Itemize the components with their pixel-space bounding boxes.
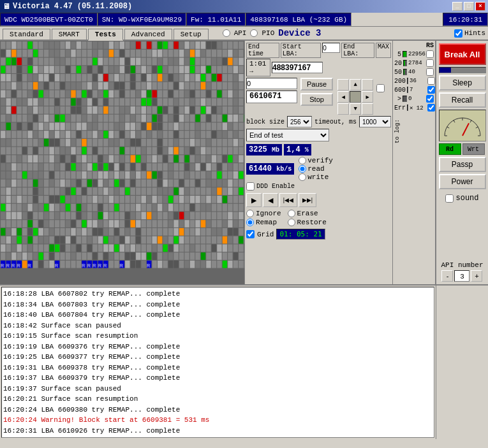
ignore-label: Ignore <box>256 210 281 217</box>
verify-row: verify <box>299 157 333 164</box>
arrow-nw <box>337 79 349 90</box>
log-content-wrapper: 16:18:28 LBA 6607802 try REMAP... comple… <box>0 285 436 439</box>
rs-checkbox-5[interactable] <box>426 95 434 103</box>
write-row: write <box>299 173 333 181</box>
skip-fwd-button[interactable]: ▶▶| <box>299 193 316 207</box>
hints-checkbox[interactable] <box>454 29 462 38</box>
pio-label: PIO <box>262 29 274 37</box>
log-entry: 16:19:37 LBA 6609379 try REMAP... comple… <box>3 373 433 384</box>
api-increment-button[interactable]: + <box>471 270 482 282</box>
tab-tests[interactable]: Tests <box>88 29 123 41</box>
rs-checkbox-6[interactable] <box>427 104 435 112</box>
api-decrement-button[interactable]: - <box>441 270 453 282</box>
power-button[interactable]: Power <box>439 174 486 189</box>
pio-radio[interactable] <box>250 29 258 37</box>
eot-select[interactable]: End of test Loop AAM test <box>246 129 329 141</box>
lba-check[interactable] <box>376 84 385 92</box>
log-entry: 16:19:19 LBA 6609376 try REMAP... comple… <box>3 342 433 352</box>
passp-button[interactable]: Passp <box>439 157 486 172</box>
log-output[interactable]: 16:18:28 LBA 6607802 try REMAP... comple… <box>1 287 434 438</box>
hints-label: Hints <box>464 29 485 37</box>
time-display: 1:01 → <box>246 59 270 76</box>
erase-label: Erase <box>297 210 318 217</box>
tab-smart[interactable]: SMART <box>52 29 87 40</box>
rs-checkbox-0[interactable] <box>426 50 434 58</box>
rs-checkbox-1[interactable] <box>426 59 434 67</box>
kbps-stat: 61440 kb/s <box>246 163 294 175</box>
close-button[interactable]: × <box>475 2 485 11</box>
end-lba-label: End LBA: <box>341 43 374 58</box>
api-radio[interactable] <box>223 29 230 37</box>
api-number-section: API number - 3 + <box>441 261 483 282</box>
log-entry: 16:18:42 Surface scan paused <box>3 321 433 331</box>
to-log-label: to log: <box>394 115 434 147</box>
maximize-button[interactable]: □ <box>464 2 474 11</box>
tab-standard[interactable]: Standard <box>3 29 50 40</box>
stop-button[interactable]: Stop <box>300 93 333 106</box>
tab-setup[interactable]: Setup <box>174 29 209 40</box>
rs-checkbox-4[interactable] <box>427 86 435 94</box>
restore-radio[interactable] <box>288 219 295 226</box>
log-entry: 16:20:31 LBA 6610926 try REMAP... comple… <box>3 426 433 437</box>
write-radio[interactable] <box>299 173 306 181</box>
current-pos-input[interactable] <box>246 78 297 89</box>
log-entry: 16:20:21 Surface scan resumption <box>3 394 433 405</box>
end-lba-input[interactable] <box>272 62 323 73</box>
verify-label: verify <box>307 157 333 164</box>
app-icon: 🖥 <box>3 2 10 11</box>
surface-map[interactable] <box>0 41 244 284</box>
ddd-checkbox[interactable] <box>246 182 255 191</box>
api-number-label: API number <box>441 261 483 269</box>
media-controls: ▶ ◀ |◀◀ ▶▶| <box>246 193 391 207</box>
rs-panel: RS 5229562027845040200366007>0Err✕ 12 to… <box>392 41 436 284</box>
grid-value: 01: 05: 21 <box>276 229 325 240</box>
remap-radio[interactable] <box>246 219 254 226</box>
block-size-select[interactable]: 256 <box>287 116 312 127</box>
rs-rows-container: 5229562027845040200366007>0Err✕ 12 <box>394 50 434 113</box>
log-sidebar <box>436 285 488 439</box>
sound-section: sound <box>445 194 478 203</box>
clock-display: 16:20:31 <box>443 13 488 26</box>
grid-checkbox[interactable] <box>246 230 255 238</box>
api-label: API <box>234 29 247 37</box>
read-radio[interactable] <box>299 165 306 173</box>
back-button[interactable]: ◀ <box>263 193 278 207</box>
pause-button[interactable]: Pause <box>300 78 333 90</box>
arrow-up-button[interactable]: ▲ <box>350 79 361 90</box>
skip-back-button[interactable]: |◀◀ <box>279 193 297 207</box>
rs-checkbox-3[interactable] <box>427 77 435 85</box>
recall-button[interactable]: Recall <box>439 92 486 108</box>
end-time-label: End time <box>246 43 279 58</box>
wrt-indicator: Wrt <box>462 143 485 155</box>
minimize-button[interactable]: _ <box>452 2 462 11</box>
drive-info: WDC WD2500BEVT-00ZCT0 <box>0 13 98 26</box>
arrow-left-button[interactable]: ◀ <box>337 91 349 103</box>
tab-bar: Standard SMART Tests Advanced Setup <box>3 29 210 40</box>
start-lba-input[interactable] <box>322 43 340 53</box>
restore-label: Restore <box>297 219 327 226</box>
titlebar: 🖥 Victoria 4.47 (05.11.2008) _ □ × <box>0 0 488 13</box>
current-lba-display: 6610671 <box>246 90 297 103</box>
break-all-button[interactable]: Break All <box>439 43 486 65</box>
play-button[interactable]: ▶ <box>246 193 262 207</box>
log-entry: 16:20:24 LBA 6609380 try REMAP... comple… <box>3 405 433 415</box>
log-entry: 16:19:25 LBA 6609377 try REMAP... comple… <box>3 352 433 363</box>
title-text: Victoria 4.47 (05.11.2008) <box>13 2 132 11</box>
erase-radio[interactable] <box>288 210 295 217</box>
serial-info: SN: WD-WXF0EA9UM829 <box>98 13 186 26</box>
arrow-right-button[interactable]: ▶ <box>362 91 373 103</box>
verify-radio[interactable] <box>299 157 306 164</box>
block-size-label: block size <box>246 119 285 126</box>
tab-advanced[interactable]: Advanced <box>124 29 172 40</box>
ignore-radio[interactable] <box>246 210 254 217</box>
sound-checkbox[interactable] <box>445 194 454 203</box>
firmware-info: Fw: 11.01A11 <box>186 13 246 26</box>
sleep-button[interactable]: Sleep <box>439 75 486 90</box>
api-stepper: - 3 + <box>441 270 482 282</box>
rs-row-3: 20036 <box>394 77 434 85</box>
rs-row-1: 202784 <box>394 59 434 67</box>
arrow-down-button[interactable]: ▼ <box>350 103 361 115</box>
arrow-center <box>350 91 361 103</box>
rs-checkbox-2[interactable] <box>426 68 434 76</box>
timeout-select[interactable]: 1000 <box>359 116 391 127</box>
